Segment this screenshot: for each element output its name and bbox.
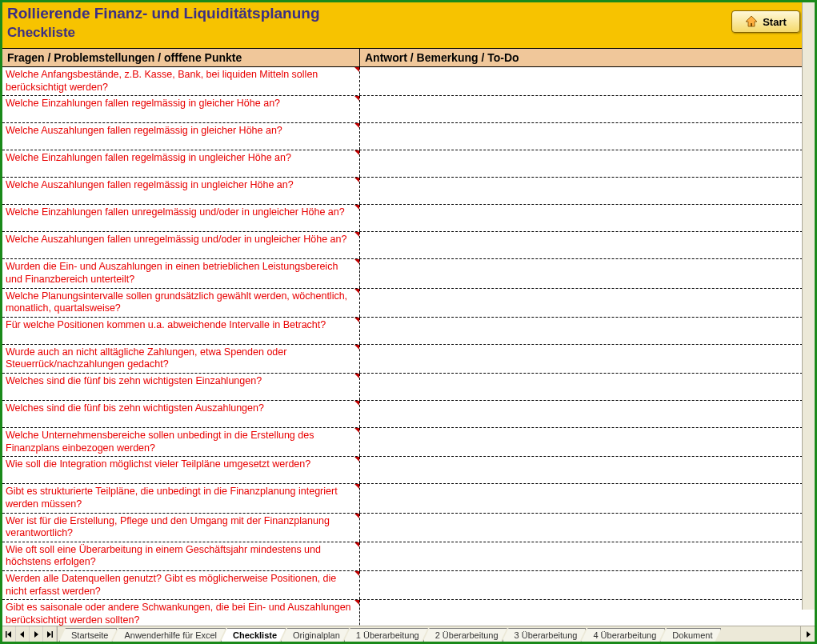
answer-cell[interactable] <box>360 457 815 483</box>
column-headers: Fragen / Problemstellungen / offfene Pun… <box>2 49 815 67</box>
tab-nav-buttons <box>2 626 58 642</box>
question-cell[interactable]: Gibt es strukturierte Teilpläne, die unb… <box>2 484 360 512</box>
svg-marker-4 <box>20 631 24 638</box>
checklist-row: Welche Planungsintervalle sollen grundsä… <box>2 289 815 318</box>
checklist-rows: Welche Anfangsbestände, z.B. Kasse, Bank… <box>2 67 815 626</box>
sheet-tab[interactable]: 1 Überarbeitung <box>344 628 428 642</box>
question-cell[interactable]: Wurden die Ein- und Auszahlungen in eine… <box>2 259 360 287</box>
checklist-row: Welches sind die fünf bis zehn wichtigst… <box>2 374 815 401</box>
question-cell[interactable]: Wurde auch an nicht alltägliche Zahlunge… <box>2 345 360 373</box>
checklist-row: Welche Auszahlungen fallen regelmässig i… <box>2 123 815 150</box>
question-cell[interactable]: Welche Planungsintervalle sollen grundsä… <box>2 289 360 317</box>
checklist-row: Welche Unternehmensbereiche sollen unbed… <box>2 428 815 457</box>
answer-cell[interactable] <box>360 178 815 204</box>
svg-marker-5 <box>34 631 38 638</box>
checklist-row: Welche Anfangsbestände, z.B. Kasse, Bank… <box>2 67 815 96</box>
answer-cell[interactable] <box>360 600 815 626</box>
column-header-questions: Fragen / Problemstellungen / offfene Pun… <box>2 49 360 66</box>
sheet-tab-bar: StartseiteAnwenderhilfe für ExcelCheckli… <box>2 626 815 642</box>
answer-cell[interactable] <box>360 259 815 287</box>
svg-marker-6 <box>47 631 51 638</box>
tab-nav-last[interactable] <box>43 626 57 642</box>
question-cell[interactable]: Wer ist für die Erstellung, Pflege und d… <box>2 514 360 542</box>
checklist-row: Werden alle Datenquellen genutzt? Gibt e… <box>2 571 815 600</box>
question-cell[interactable]: Welches sind die fünf bis zehn wichtigst… <box>2 374 360 400</box>
question-cell[interactable]: Welche Auszahlungen fallen unregelmässig… <box>2 232 360 258</box>
question-cell[interactable]: Für welche Positionen kommen u.a. abweic… <box>2 318 360 344</box>
sheet-tab[interactable]: 4 Überarbeitung <box>581 628 665 642</box>
checklist-row: Welche Auszahlungen fallen unregelmässig… <box>2 232 815 259</box>
tab-nav-prev[interactable] <box>16 626 30 642</box>
answer-cell[interactable] <box>360 67 815 95</box>
answer-cell[interactable] <box>360 318 815 344</box>
checklist-row: Welche Einzahlungen fallen regelmässig i… <box>2 96 815 123</box>
answer-cell[interactable] <box>360 484 815 512</box>
answer-cell[interactable] <box>360 205 815 231</box>
checklist-row: Welche Einzahlungen fallen unregelmässig… <box>2 205 815 232</box>
question-cell[interactable]: Welche Einzahlungen fallen unregelmässig… <box>2 205 360 231</box>
checklist-row: Für welche Positionen kommen u.a. abweic… <box>2 318 815 345</box>
answer-cell[interactable] <box>360 345 815 373</box>
home-icon <box>745 16 758 27</box>
checklist-row: Wurden die Ein- und Auszahlungen in eine… <box>2 259 815 288</box>
checklist-row: Wie oft soll eine Überarbeitung in einem… <box>2 542 815 571</box>
checklist-row: Welche Auszahlungen fallen regelmässig i… <box>2 178 815 205</box>
answer-cell[interactable] <box>360 542 815 570</box>
tab-nav-first[interactable] <box>2 626 16 642</box>
svg-rect-1 <box>751 23 752 26</box>
tab-nav-next[interactable] <box>30 626 43 642</box>
question-cell[interactable]: Welches sind die fünf bis zehn wichtigst… <box>2 401 360 427</box>
answer-cell[interactable] <box>360 289 815 317</box>
vertical-scrollbar[interactable] <box>802 2 815 610</box>
answer-cell[interactable] <box>360 374 815 400</box>
svg-rect-3 <box>6 631 7 638</box>
column-header-answers: Antwort / Bemerkung / To-Do <box>360 49 815 66</box>
answer-cell[interactable] <box>360 401 815 427</box>
question-cell[interactable]: Welche Einzahlungen fallen regelmässig i… <box>2 150 360 177</box>
answer-cell[interactable] <box>360 96 815 122</box>
question-cell[interactable]: Welche Anfangsbestände, z.B. Kasse, Bank… <box>2 67 360 95</box>
checklist-row: Wie soll die Integration möglichst viele… <box>2 457 815 484</box>
worksheet-area: Rollierende Finanz- und Liquiditätsplanu… <box>2 2 815 626</box>
checklist-row: Gibt es strukturierte Teilpläne, die unb… <box>2 484 815 513</box>
svg-rect-7 <box>52 631 54 638</box>
sheet-tab[interactable]: Checkliste <box>221 628 286 642</box>
start-button[interactable]: Start <box>731 10 800 33</box>
question-cell[interactable]: Wie oft soll eine Überarbeitung in einem… <box>2 542 360 570</box>
sheet-tab[interactable]: Startseite <box>59 628 117 642</box>
answer-cell[interactable] <box>360 514 815 542</box>
sheet-tab[interactable]: Anwenderhilfe für Excel <box>112 628 226 642</box>
question-cell[interactable]: Welche Auszahlungen fallen regelmässig i… <box>2 123 360 150</box>
svg-marker-2 <box>7 631 11 638</box>
title-header: Rollierende Finanz- und Liquiditätsplanu… <box>2 2 815 49</box>
sheet-tab[interactable]: 2 Überarbeitung <box>423 628 507 642</box>
answer-cell[interactable] <box>360 571 815 599</box>
checklist-row: Wer ist für die Erstellung, Pflege und d… <box>2 514 815 542</box>
question-cell[interactable]: Gibt es saisonale oder andere Schwankung… <box>2 600 360 626</box>
question-cell[interactable]: Wie soll die Integration möglichst viele… <box>2 457 360 483</box>
question-cell[interactable]: Werden alle Datenquellen genutzt? Gibt e… <box>2 571 360 599</box>
svg-marker-8 <box>807 631 811 638</box>
question-cell[interactable]: Welche Unternehmensbereiche sollen unbed… <box>2 428 360 456</box>
question-cell[interactable]: Welche Auszahlungen fallen regelmässig i… <box>2 178 360 204</box>
answer-cell[interactable] <box>360 150 815 177</box>
answer-cell[interactable] <box>360 123 815 150</box>
question-cell[interactable]: Welche Einzahlungen fallen regelmässig i… <box>2 96 360 122</box>
answer-cell[interactable] <box>360 232 815 258</box>
sheet-tab[interactable]: 3 Überarbeitung <box>503 628 587 642</box>
page-subtitle: Checkliste <box>7 25 320 41</box>
sheet-tab[interactable]: Originalplan <box>281 628 349 642</box>
checklist-row: Welches sind die fünf bis zehn wichtigst… <box>2 401 815 428</box>
start-button-label: Start <box>763 16 787 28</box>
checklist-row: Welche Einzahlungen fallen regelmässig i… <box>2 150 815 178</box>
checklist-row: Gibt es saisonale oder andere Schwankung… <box>2 600 815 626</box>
answer-cell[interactable] <box>360 428 815 456</box>
checklist-row: Wurde auch an nicht alltägliche Zahlunge… <box>2 345 815 374</box>
tab-scroll-right[interactable] <box>800 626 815 642</box>
sheet-tab[interactable]: Dokument <box>660 628 721 642</box>
page-title: Rollierende Finanz- und Liquiditätsplanu… <box>7 6 320 22</box>
sheet-tabs: StartseiteAnwenderhilfe für ExcelCheckli… <box>58 626 800 642</box>
title-group: Rollierende Finanz- und Liquiditätsplanu… <box>7 6 320 41</box>
